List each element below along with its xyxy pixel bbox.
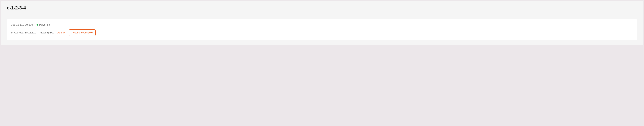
ip-address-value: 10.11.110 [25,31,36,34]
page-header: e-1-2-3-4 [1,1,643,14]
ip-address-label: IP Address: [11,31,25,34]
page-content: 101-11-110-00-110 Power on IP Address: 1… [1,14,643,45]
page-container: e-1-2-3-4 101-11-110-00-110 Power on IP … [1,1,643,45]
power-status-icon [36,24,38,26]
status-text: Power on [39,23,50,26]
status-row: 101-11-110-00-110 Power on [11,23,633,26]
floating-ips-label: Floating IPs: [40,31,54,34]
network-row: IP Address: 10.11.110 Floating IPs: Add … [11,29,633,36]
server-card: 101-11-110-00-110 Power on IP Address: 1… [7,19,637,40]
add-ip-link[interactable]: Add IP [58,31,65,34]
server-id: 101-11-110-00-110 [11,23,33,26]
page-title: e-1-2-3-4 [7,5,637,11]
access-console-button[interactable]: Access to Console [69,29,96,36]
ip-address-group: IP Address: 10.11.110 [11,31,36,34]
status-group: Power on [36,23,50,26]
